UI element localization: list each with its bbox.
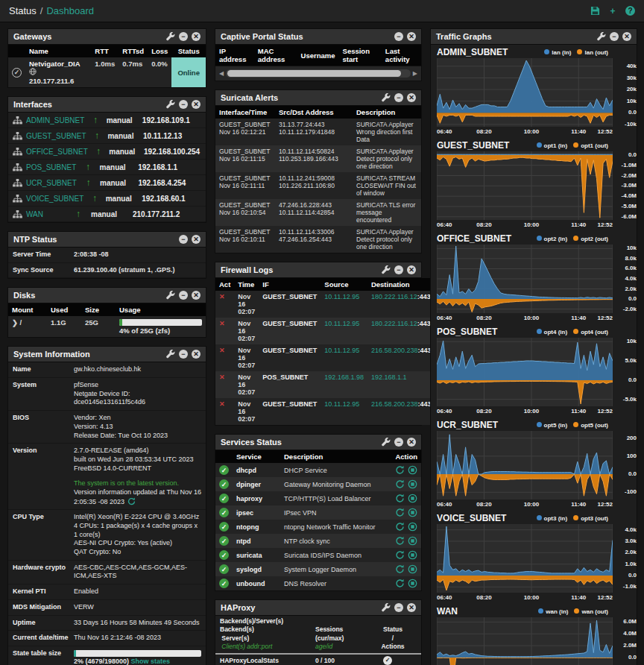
log-source-link[interactable]: 192.168.1.98 (324, 374, 364, 381)
interface-name-link[interactable]: WAN (26, 210, 66, 218)
log-source-link[interactable]: 10.11.12.95 (324, 400, 359, 408)
x-axis-tick: 06:40 (437, 315, 452, 321)
close-icon[interactable]: ✕ (192, 350, 201, 359)
wrench-icon[interactable] (597, 32, 606, 41)
wrench-icon[interactable] (166, 291, 175, 300)
interface-name-link[interactable]: UCR_SUBNET (26, 179, 77, 187)
service-stop-icon[interactable] (408, 550, 417, 560)
block-action-icon[interactable]: ✕ (219, 374, 225, 381)
interface-type: manual (109, 148, 144, 156)
gateway-ok-icon: ✓ (12, 68, 22, 78)
service-row: ✓ ntpd NTP clock sync (215, 534, 421, 548)
service-restart-icon[interactable] (395, 479, 405, 489)
minimize-icon[interactable]: − (394, 438, 403, 447)
scrollbar-thumb[interactable] (227, 70, 401, 77)
minimize-icon[interactable]: − (179, 235, 188, 244)
service-restart-icon[interactable] (395, 522, 405, 532)
save-icon[interactable] (590, 6, 600, 16)
scroll-right-icon[interactable]: ▶ (411, 70, 420, 77)
service-restart-icon[interactable] (395, 494, 405, 503)
service-stop-icon[interactable] (408, 508, 417, 517)
breadcrumb-section[interactable]: Status (9, 5, 37, 16)
minimize-icon[interactable]: − (394, 32, 403, 41)
scrollbar-track[interactable] (226, 69, 411, 78)
block-action-icon[interactable]: ✕ (219, 293, 225, 300)
close-icon[interactable]: ✕ (622, 32, 631, 41)
log-destination-link[interactable]: 180.222.116.12 (371, 320, 417, 327)
interface-name-link[interactable]: ADMIN_SUBNET (26, 116, 84, 125)
service-restart-icon[interactable] (395, 465, 405, 475)
show-states-link[interactable]: Show states (131, 658, 171, 665)
service-restart-icon[interactable] (395, 550, 405, 560)
x-axis-tick: 12:52 (598, 594, 613, 601)
close-icon[interactable]: ✕ (407, 265, 416, 274)
horizontal-scrollbar[interactable]: ◀ ▶ (215, 66, 421, 81)
service-stop-icon[interactable] (408, 522, 417, 532)
log-source-link[interactable]: 10.11.12.95 (324, 293, 359, 300)
service-restart-icon[interactable] (395, 579, 405, 588)
traffic-graph-plot (437, 617, 613, 665)
service-restart-icon[interactable] (395, 564, 405, 574)
log-destination-link[interactable]: 180.222.116.12 (371, 293, 417, 300)
wrench-icon[interactable] (382, 438, 391, 447)
y-axis-tick: -5.0M (614, 203, 637, 209)
log-destination-link[interactable]: 216.58.200.238 (371, 400, 418, 408)
close-icon[interactable]: ✕ (407, 603, 416, 612)
close-icon[interactable]: ✕ (407, 438, 416, 447)
interface-type: manual (107, 116, 142, 125)
add-widget-icon[interactable]: + (607, 6, 618, 16)
caret-right-icon[interactable]: ❯ (12, 318, 18, 327)
service-stop-icon[interactable] (408, 479, 417, 489)
interface-name-link[interactable]: OFFICE_SUBNET (26, 148, 88, 156)
log-destination-link[interactable]: 216.58.200.238 (371, 347, 418, 354)
wrench-icon[interactable] (166, 350, 175, 359)
service-stop-icon[interactable] (408, 465, 417, 475)
sysinfo-latest-version: The system is on the latest version. (74, 479, 201, 488)
service-restart-icon[interactable] (395, 536, 405, 546)
close-icon[interactable]: ✕ (192, 100, 201, 109)
block-action-icon[interactable]: ✕ (219, 347, 225, 354)
minimize-icon[interactable]: − (394, 265, 403, 274)
close-icon[interactable]: ✕ (192, 32, 201, 41)
log-destination-link[interactable]: 192.168.1.1 (371, 374, 407, 381)
wrench-icon[interactable] (166, 100, 175, 109)
minimize-icon[interactable]: − (610, 32, 619, 41)
minimize-icon[interactable]: − (394, 93, 403, 102)
close-icon[interactable]: ✕ (192, 291, 201, 300)
log-source-link[interactable]: 10.11.12.95 (324, 320, 359, 327)
service-stop-icon[interactable] (408, 579, 417, 588)
wrench-icon[interactable] (166, 32, 175, 41)
refresh-icon[interactable] (127, 497, 136, 505)
sysinfo-value-line: Netgate Device ID: dce0145e131611f5c4d6 (74, 390, 201, 407)
wrench-icon[interactable] (382, 93, 391, 102)
log-source-link[interactable]: 10.11.12.95 (324, 347, 359, 354)
service-restart-icon[interactable] (395, 508, 405, 517)
close-icon[interactable]: ✕ (407, 32, 416, 41)
interface-name-link[interactable]: GUEST_SUBNET (26, 132, 86, 140)
minimize-icon[interactable]: − (394, 603, 403, 612)
minimize-icon[interactable]: − (179, 100, 188, 109)
service-stop-icon[interactable] (408, 494, 417, 503)
service-stop-icon[interactable] (408, 564, 417, 574)
breadcrumb-page[interactable]: Dashboard (46, 5, 94, 16)
wrench-icon[interactable] (382, 265, 391, 274)
close-icon[interactable]: ✕ (407, 93, 416, 102)
minimize-icon[interactable]: − (179, 291, 188, 300)
firewall-logs-panel: Firewall Logs − ✕ ActTimeIFSourceDestina… (215, 262, 422, 426)
minimize-icon[interactable]: − (179, 350, 188, 359)
interface-up-icon: ↑ (76, 162, 99, 172)
service-row: ✓ ntopng ntopng Network Traffic Monitor (215, 520, 421, 534)
minimize-icon[interactable]: − (179, 32, 188, 41)
help-icon[interactable]: ? (625, 6, 635, 16)
service-running-icon: ✓ (219, 564, 229, 574)
block-action-icon[interactable]: ✕ (219, 320, 225, 327)
service-stop-icon[interactable] (408, 536, 417, 546)
y-axis-tick: -6.0M (614, 213, 637, 220)
interface-name-link[interactable]: POS_SUBNET (26, 163, 76, 171)
wrench-icon[interactable] (382, 603, 391, 612)
scroll-left-icon[interactable]: ◀ (217, 70, 226, 77)
interface-name-link[interactable]: VOICE_SUBNET (26, 195, 83, 203)
right-column: Traffic Graphs − ✕ ADMIN_SUBNET lan (in)… (430, 28, 637, 665)
block-action-icon[interactable]: ✕ (219, 400, 225, 408)
close-icon[interactable]: ✕ (192, 235, 201, 244)
